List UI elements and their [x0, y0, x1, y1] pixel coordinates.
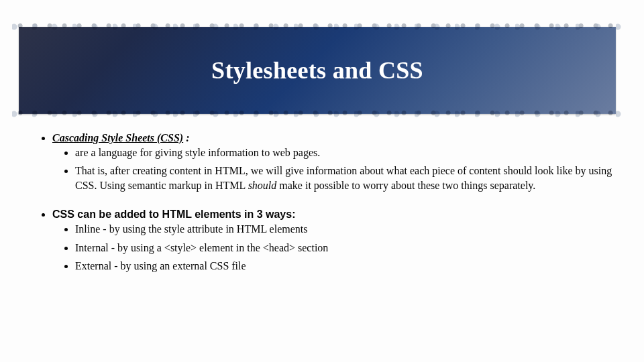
section-1-lead: Cascading Style Sheets (CSS) : are a lan…: [52, 131, 619, 192]
section-1-items: are a language for giving style informat…: [52, 145, 619, 193]
section-1-lead-term: Cascading Style Sheets (CSS): [52, 132, 183, 143]
section-1-item-1-post: make it possible to worry about these tw…: [276, 180, 535, 191]
slide-body: Cascading Style Sheets (CSS) : are a lan…: [40, 131, 619, 278]
section-1: Cascading Style Sheets (CSS) : are a lan…: [40, 131, 619, 192]
section-spacer: [40, 196, 619, 207]
section-2-item-1: Internal - by using a <style> element in…: [75, 241, 619, 255]
title-banner: Stylesheets and CSS: [19, 27, 616, 114]
section-1-item-1: That is, after creating content in HTML,…: [75, 164, 619, 192]
section-2-items: Inline - by using the style attribute in…: [52, 222, 619, 274]
slide: Stylesheets and CSS Cascading Style Shee…: [0, 0, 644, 362]
section-1-item-0: are a language for giving style informat…: [75, 145, 619, 160]
section-2-item-0: Inline - by using the style attribute in…: [75, 222, 619, 237]
section-2: CSS can be added to HTML elements in 3 w…: [40, 207, 619, 273]
slide-title: Stylesheets and CSS: [19, 27, 616, 114]
section-2-lead-wrap: CSS can be added to HTML elements in 3 w…: [52, 207, 619, 273]
section-1-item-1-em: should: [248, 180, 277, 191]
section-2-lead: CSS can be added to HTML elements in 3 w…: [52, 208, 295, 220]
section-1-lead-tail: :: [183, 132, 189, 143]
section-2-item-2: External - by using an external CSS file: [75, 259, 619, 274]
